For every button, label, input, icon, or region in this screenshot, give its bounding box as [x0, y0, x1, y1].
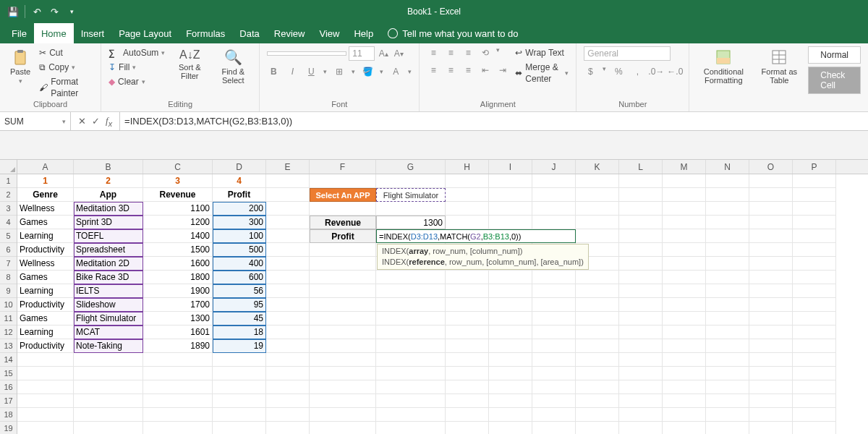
cell[interactable] [213, 367, 266, 380]
cell[interactable] [576, 422, 619, 434]
cell[interactable] [489, 394, 532, 408]
cell[interactable] [532, 353, 576, 367]
cell[interactable] [489, 408, 532, 422]
cell[interactable] [532, 174, 576, 188]
cell[interactable] [310, 394, 376, 408]
align-center-icon[interactable]: ≡ [444, 64, 457, 77]
cell[interactable] [663, 257, 706, 271]
cell[interactable] [532, 284, 576, 298]
row-header-8[interactable]: 8 [0, 271, 17, 284]
cell[interactable]: Games [17, 271, 74, 284]
col-header-B[interactable]: B [74, 160, 143, 174]
cell[interactable] [310, 284, 376, 298]
cell[interactable] [576, 271, 619, 284]
cell[interactable] [143, 408, 213, 422]
cell[interactable] [619, 271, 663, 284]
cell[interactable]: 1100 [143, 202, 213, 216]
cell-style-check[interactable]: Check Cell [808, 67, 861, 94]
indent-icon[interactable]: ⇥ [496, 64, 509, 77]
paste-button[interactable]: Paste ▾ [7, 46, 33, 87]
cell[interactable] [706, 312, 749, 326]
formula-input[interactable]: =INDEX(D3:D13,MATCH(G2,B3:B13,0)) [120, 112, 868, 130]
cell[interactable] [793, 284, 836, 298]
cell[interactable] [266, 257, 310, 271]
cell[interactable] [793, 422, 836, 434]
row-header-2[interactable]: 2 [0, 188, 17, 202]
cell[interactable] [619, 380, 663, 394]
cell[interactable]: 4 [213, 174, 266, 188]
cell[interactable]: 1800 [143, 271, 213, 284]
column-headers[interactable]: ABCDEFGHIJKLMNOP [17, 160, 868, 174]
cell[interactable] [266, 312, 310, 326]
row-header-14[interactable]: 14 [0, 353, 17, 367]
cell[interactable] [310, 367, 376, 380]
cell[interactable] [489, 298, 532, 312]
cell[interactable] [576, 188, 619, 202]
cell[interactable] [376, 408, 446, 422]
cell[interactable] [266, 339, 310, 353]
col-header-N[interactable]: N [706, 160, 749, 174]
cell[interactable] [310, 202, 376, 216]
italic-button[interactable]: I [286, 65, 299, 78]
cell[interactable]: Bike Race 3D [74, 271, 143, 284]
cell[interactable] [663, 339, 706, 353]
cell[interactable] [576, 353, 619, 367]
cell[interactable] [663, 408, 706, 422]
cell[interactable] [793, 229, 836, 243]
cell[interactable] [446, 380, 489, 394]
cell[interactable] [663, 243, 706, 257]
autosum-button[interactable]: ∑ AutoSum▾ [109, 46, 165, 59]
cell[interactable] [532, 188, 576, 202]
cell[interactable] [266, 394, 310, 408]
cell[interactable] [266, 188, 310, 202]
cell[interactable] [532, 202, 576, 216]
cell-style-normal[interactable]: Normal [808, 46, 861, 64]
cell[interactable] [376, 353, 446, 367]
cell[interactable] [489, 326, 532, 339]
cell[interactable]: Note-Taking [74, 339, 143, 353]
cell[interactable]: Productivity [17, 243, 74, 257]
find-select-button[interactable]: 🔍 Find & Select [214, 46, 252, 87]
row-header-18[interactable]: 18 [0, 408, 17, 422]
enter-icon[interactable]: ✓ [92, 116, 100, 127]
cell[interactable]: 1600 [143, 257, 213, 271]
cell[interactable] [213, 422, 266, 434]
cell[interactable] [749, 174, 793, 188]
cell[interactable] [619, 394, 663, 408]
cell[interactable] [213, 380, 266, 394]
clear-button[interactable]: ◆Clear▾ [109, 75, 165, 88]
cell[interactable]: 1890 [143, 339, 213, 353]
cell[interactable] [663, 394, 706, 408]
cell[interactable] [532, 271, 576, 284]
col-header-F[interactable]: F [310, 160, 376, 174]
cell[interactable] [706, 380, 749, 394]
cell[interactable] [310, 312, 376, 326]
cell[interactable] [17, 394, 74, 408]
cell[interactable]: 56 [213, 284, 266, 298]
col-header-A[interactable]: A [17, 160, 74, 174]
cell[interactable] [793, 271, 836, 284]
cell[interactable] [310, 380, 376, 394]
cell[interactable]: 500 [213, 243, 266, 257]
col-header-J[interactable]: J [532, 160, 576, 174]
cell[interactable] [749, 422, 793, 434]
cell[interactable] [749, 229, 793, 243]
percent-icon[interactable]: % [612, 65, 625, 78]
cell[interactable] [74, 422, 143, 434]
cell[interactable] [706, 174, 749, 188]
cell[interactable] [446, 326, 489, 339]
tab-pagelayout[interactable]: Page Layout [111, 23, 179, 43]
cell[interactable] [310, 339, 376, 353]
cell[interactable] [706, 422, 749, 434]
cell[interactable]: Games [17, 312, 74, 326]
tell-me[interactable]: Tell me what you want to do [388, 28, 518, 39]
cell[interactable] [213, 353, 266, 367]
cell[interactable] [266, 174, 310, 188]
orientation-icon[interactable]: ⟲ [479, 46, 492, 59]
row-header-5[interactable]: 5 [0, 229, 17, 243]
conditional-formatting-button[interactable]: Conditional Formatting [697, 46, 750, 87]
cell[interactable] [706, 339, 749, 353]
fx-icon[interactable]: fx [106, 115, 112, 128]
worksheet-grid[interactable]: ABCDEFGHIJKLMNOP 12345678910111213141516… [0, 160, 868, 434]
cell[interactable]: Wellness [17, 202, 74, 216]
